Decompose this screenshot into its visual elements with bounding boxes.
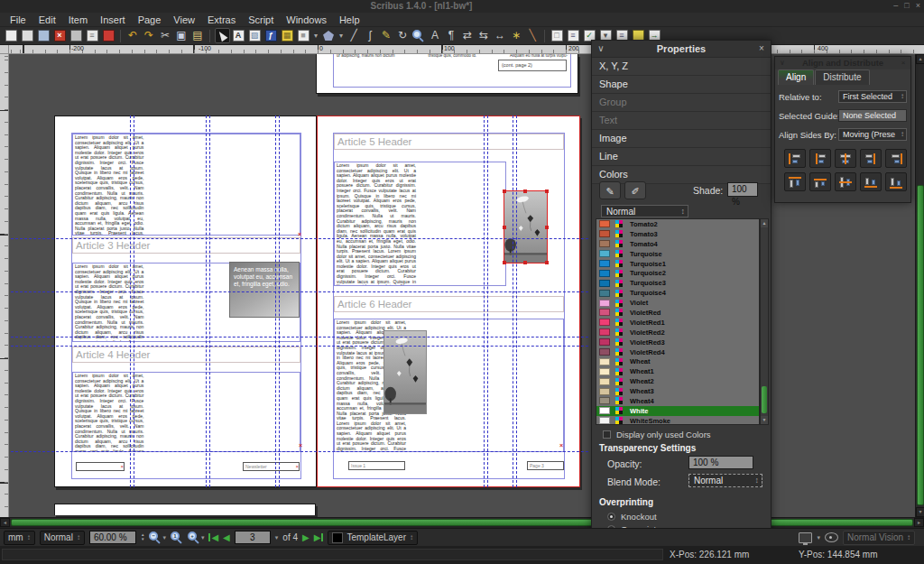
continuation-note-frame[interactable]: (cont. page 2): [498, 60, 567, 71]
pdf-push-button-button[interactable]: □: [550, 28, 565, 43]
color-item-wheat2[interactable]: Wheat2: [596, 376, 759, 386]
paste-button[interactable]: ▤: [190, 28, 206, 43]
page-3-current[interactable]: Article 5 Header Lorem ipsum dolor sit a…: [317, 116, 580, 487]
shade-input[interactable]: 100 %: [727, 182, 758, 197]
insert-render-frame-button[interactable]: ƒ: [263, 28, 279, 43]
properties-section-x-y-z[interactable]: X, Y, Z: [592, 58, 771, 76]
insert-image-frame-button[interactable]: ▨: [247, 28, 263, 43]
pull-quote-frame[interactable]: Aenean massa nulla, volutpat eu, accumsa…: [229, 262, 300, 318]
color-item-wheat4[interactable]: Wheat4: [596, 396, 759, 406]
horizontal-scrollbar[interactable]: ◂ ▸: [0, 517, 924, 526]
color-item-violetred2[interactable]: VioletRed2: [596, 328, 759, 337]
caret-down-icon[interactable]: ▾: [275, 534, 279, 541]
eye-dropper-button[interactable]: ╲: [525, 28, 541, 43]
edit-fill-color-button[interactable]: ✐: [624, 181, 646, 199]
properties-section-image[interactable]: Image: [592, 130, 771, 148]
menu-script[interactable]: Script: [242, 13, 280, 27]
copy-button[interactable]: ▣: [174, 28, 189, 43]
menu-edit[interactable]: Edit: [32, 13, 62, 27]
menu-file[interactable]: File: [4, 13, 32, 27]
minimize-icon[interactable]: –: [893, 1, 898, 10]
zoom-out-button[interactable]: −▾: [149, 532, 166, 544]
save-document-button[interactable]: [36, 28, 51, 43]
page-number-input[interactable]: 3: [235, 531, 271, 544]
vision-defect-select[interactable]: Normal Vision↕: [843, 531, 915, 545]
text-frame[interactable]: ur adipiscing, mauris non dictum tristiq…: [333, 54, 571, 88]
relative-to-select[interactable]: First Selected ↕: [838, 90, 907, 103]
text-frame[interactable]: Lorem ipsum dolor sit amet, consectetuer…: [334, 162, 506, 286]
preflight-verifier-button[interactable]: ≡: [85, 28, 100, 43]
hscroll-thumb[interactable]: [11, 519, 913, 526]
unlink-text-frames-button[interactable]: ⇆: [476, 28, 492, 43]
scroll-down-icon[interactable]: ▼: [761, 416, 768, 424]
image-frame[interactable]: [383, 330, 427, 414]
menu-insert[interactable]: Insert: [94, 13, 132, 27]
first-page-button[interactable]: ◀: [208, 532, 218, 542]
color-item-tomato2[interactable]: Tomato2: [596, 219, 759, 229]
zoom-level-input[interactable]: 60.00 %: [89, 531, 136, 544]
next-page-button[interactable]: ▶: [302, 532, 310, 542]
caret-down-icon[interactable]: ▾: [201, 534, 205, 541]
vertical-scrollbar[interactable]: ▴ ▾: [915, 54, 924, 517]
color-item-wheat[interactable]: Wheat: [596, 356, 759, 366]
measurements-button[interactable]: ↔: [493, 28, 508, 43]
article-4-header-frame[interactable]: Article 4 Header: [72, 347, 300, 363]
vscroll-thumb[interactable]: [917, 185, 924, 505]
edit-text-story-editor-button[interactable]: ¶: [444, 28, 459, 43]
insert-text-frame-button[interactable]: A: [231, 28, 246, 43]
properties-section-shape[interactable]: Shape: [592, 76, 771, 94]
center-on-horizontal-axis-button[interactable]: [835, 172, 856, 191]
color-item-violetred3[interactable]: VioletRed3: [596, 337, 759, 347]
zoom-100-button[interactable]: 1: [171, 532, 183, 544]
preview-eye-icon[interactable]: [825, 532, 838, 542]
display-settings-icon[interactable]: [799, 532, 812, 543]
align-top-sides-button[interactable]: [809, 172, 831, 191]
export-pdf-button[interactable]: [101, 28, 116, 43]
align-top-to-bottom-anchor-button[interactable]: [885, 172, 907, 191]
color-item-white[interactable]: White: [596, 406, 759, 416]
center-on-vertical-axis-button[interactable]: [835, 149, 856, 168]
footer-field[interactable]: ×: [76, 462, 125, 471]
article-3-header-frame[interactable]: Article 3 Header: [72, 237, 300, 254]
fill-type-select[interactable]: Normal ↕: [601, 205, 688, 217]
color-item-whitesmoke[interactable]: WhiteSmoke: [596, 416, 759, 425]
tab-distribute[interactable]: Distribute: [815, 69, 869, 85]
color-item-wheat3[interactable]: Wheat3: [596, 386, 759, 396]
caret-down-icon[interactable]: ▾: [162, 534, 166, 541]
copy-item-properties-button[interactable]: ∗: [509, 28, 524, 43]
color-item-wheat1[interactable]: Wheat1: [596, 366, 759, 376]
new-document-button[interactable]: [4, 28, 19, 43]
quality-select[interactable]: Normal↕: [40, 531, 85, 545]
scroll-left-icon[interactable]: ◂: [0, 518, 10, 527]
rotate-item-button[interactable]: ↻: [395, 28, 411, 43]
color-item-turquoise[interactable]: Turquoise: [596, 249, 759, 259]
select-item-button[interactable]: [215, 28, 230, 43]
display-only-used-checkbox[interactable]: [603, 430, 611, 439]
blend-mode-select[interactable]: Normal ↕: [688, 474, 762, 487]
color-item-turquoise2[interactable]: Turquoise2: [596, 268, 759, 278]
properties-section-line[interactable]: Line: [592, 148, 771, 166]
close-icon[interactable]: ×: [916, 1, 920, 10]
align-left-side-to-right-anchor-button[interactable]: [885, 149, 907, 168]
cut-button[interactable]: ✂: [158, 28, 173, 43]
color-list-scrollbar[interactable]: ▲ ▼: [760, 218, 769, 425]
spin-down-icon[interactable]: ▼: [141, 538, 144, 542]
close-icon[interactable]: ×: [897, 57, 910, 69]
color-item-tomato4[interactable]: Tomato4: [596, 239, 759, 249]
scroll-right-icon[interactable]: ▸: [914, 518, 924, 527]
menu-windows[interactable]: Windows: [280, 13, 333, 27]
menu-item[interactable]: Item: [62, 13, 94, 27]
text-frame[interactable]: Lorem ipsum dolor sit amet, consectetuer…: [72, 372, 300, 452]
link-text-frames-button[interactable]: ⇄: [460, 28, 476, 43]
edit-contents-button[interactable]: A: [428, 28, 443, 43]
insert-line-button[interactable]: ╱: [346, 28, 362, 43]
color-item-violetred1[interactable]: VioletRed1: [596, 318, 759, 328]
insert-table-button[interactable]: ▦: [280, 28, 295, 43]
zoom-tool-button[interactable]: [411, 28, 427, 43]
shape-menu-caret-button[interactable]: ▾: [312, 28, 320, 43]
color-item-violetred[interactable]: VioletRed: [596, 308, 759, 318]
align-bottom-to-top-anchor-button[interactable]: [784, 172, 806, 191]
knockout-radio[interactable]: [607, 513, 615, 521]
insert-polygon-button[interactable]: [321, 28, 337, 43]
undo-button[interactable]: ↶: [125, 28, 141, 43]
